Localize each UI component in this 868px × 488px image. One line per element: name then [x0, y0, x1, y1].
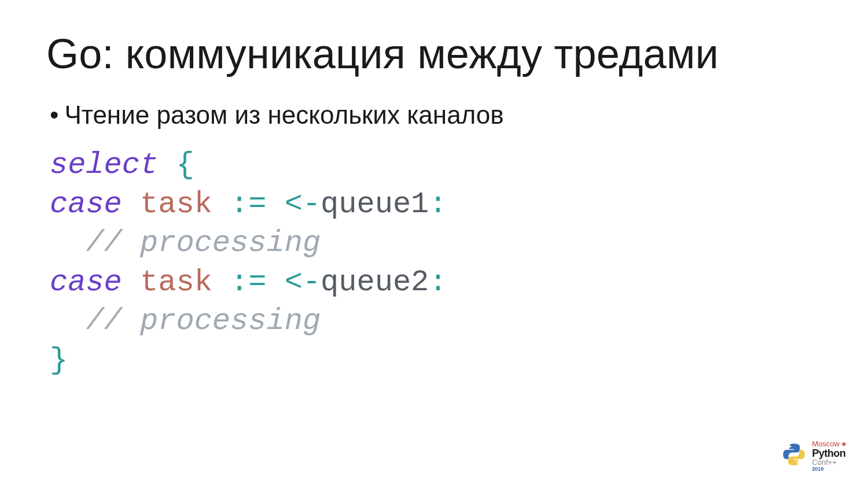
- code-block: select { case task := <-queue1: // proce…: [46, 146, 822, 380]
- code-colon: :: [429, 187, 447, 221]
- bullet-item: • Чтение разом из нескольких каналов: [46, 101, 822, 130]
- logo-year: 2019: [812, 467, 847, 472]
- code-indent: [50, 226, 86, 260]
- svg-point-0: [789, 445, 791, 447]
- code-colon: :: [429, 265, 447, 300]
- code-keyword-select: select: [50, 148, 176, 182]
- code-keyword-case: case: [50, 265, 140, 300]
- code-ident-task: task: [140, 265, 230, 300]
- star-icon: ★: [841, 440, 847, 448]
- code-comment: // processing: [86, 304, 321, 338]
- code-op-assign-recv: := <-: [230, 265, 321, 300]
- logo-text: Moscow★ Python Conf++ 2019: [812, 439, 847, 472]
- code-brace-close: }: [50, 343, 68, 378]
- python-logo-icon: [781, 441, 807, 470]
- code-ident-queue1: queue1: [321, 187, 429, 221]
- svg-point-1: [797, 461, 799, 463]
- logo-python: Python: [812, 448, 847, 459]
- code-ident-queue2: queue2: [321, 265, 429, 300]
- code-ident-task: task: [140, 187, 230, 221]
- code-indent: [50, 304, 86, 338]
- slide-title: Go: коммуникация между тредами: [46, 30, 822, 77]
- code-comment: // processing: [86, 226, 321, 260]
- bullet-dot-icon: •: [50, 102, 58, 128]
- conference-logo: Moscow★ Python Conf++ 2019: [781, 439, 847, 472]
- bullet-text: Чтение разом из нескольких каналов: [64, 101, 503, 130]
- code-brace-open: {: [176, 148, 194, 182]
- slide: Go: коммуникация между тредами • Чтение …: [0, 0, 868, 488]
- logo-city: Moscow: [812, 439, 840, 448]
- code-op-assign-recv: := <-: [230, 187, 321, 221]
- code-keyword-case: case: [50, 187, 140, 221]
- logo-conf: Conf++: [812, 459, 847, 466]
